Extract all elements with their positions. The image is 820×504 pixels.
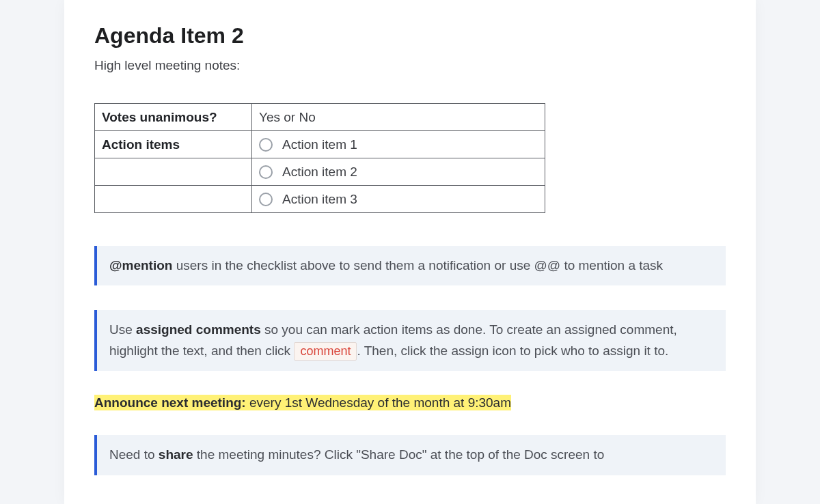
empty-cell bbox=[95, 158, 252, 186]
action-item-text: Action item 2 bbox=[282, 165, 357, 180]
empty-cell bbox=[95, 186, 252, 213]
checkbox-icon[interactable] bbox=[259, 193, 273, 206]
page-subtitle: High level meeting notes: bbox=[94, 58, 726, 73]
callout-mention: @mention users in the checklist above to… bbox=[94, 246, 726, 285]
announce-bold: Announce next meeting: bbox=[94, 395, 246, 410]
action-item-text: Action item 3 bbox=[282, 192, 357, 207]
callout-text: Use bbox=[109, 322, 136, 337]
callout-bold: assigned comments bbox=[136, 322, 261, 337]
callout-share: Need to share the meeting minutes? Click… bbox=[94, 435, 726, 475]
action-items-label: Action items bbox=[95, 131, 252, 158]
table-row: Action item 3 bbox=[95, 186, 545, 213]
callout-assigned-comments: Use assigned comments so you can mark ac… bbox=[94, 310, 726, 371]
action-item-cell[interactable]: Action item 3 bbox=[252, 186, 545, 213]
page-title: Agenda Item 2 bbox=[94, 23, 726, 48]
callout-bold: share bbox=[159, 447, 193, 462]
meeting-table: Votes unanimous? Yes or No Action items … bbox=[94, 103, 545, 213]
table-row: Action items Action item 1 bbox=[95, 131, 545, 158]
announce-text: every 1st Wednesday of the month at 9:30… bbox=[246, 395, 511, 410]
action-item-text: Action item 1 bbox=[282, 137, 357, 152]
table-row: Votes unanimous? Yes or No bbox=[95, 104, 545, 131]
callout-text: users in the checklist above to send the… bbox=[172, 258, 663, 272]
announce-line: Announce next meeting: every 1st Wednesd… bbox=[94, 395, 726, 410]
callout-text: Need to bbox=[109, 447, 159, 462]
callout-text: the meeting minutes? Click "Share Doc" a… bbox=[193, 447, 605, 462]
votes-value[interactable]: Yes or No bbox=[252, 104, 545, 131]
table-row: Action item 2 bbox=[95, 158, 545, 186]
checkbox-icon[interactable] bbox=[259, 165, 273, 179]
action-item-cell[interactable]: Action item 1 bbox=[252, 131, 545, 158]
comment-badge[interactable]: comment bbox=[294, 342, 357, 361]
checkbox-icon[interactable] bbox=[259, 138, 273, 152]
document-page: Agenda Item 2 High level meeting notes: … bbox=[64, 0, 756, 504]
callout-bold: @mention bbox=[109, 258, 172, 272]
action-item-cell[interactable]: Action item 2 bbox=[252, 158, 545, 186]
votes-label: Votes unanimous? bbox=[95, 104, 252, 131]
callout-text: . Then, click the assign icon to pick wh… bbox=[357, 344, 668, 358]
